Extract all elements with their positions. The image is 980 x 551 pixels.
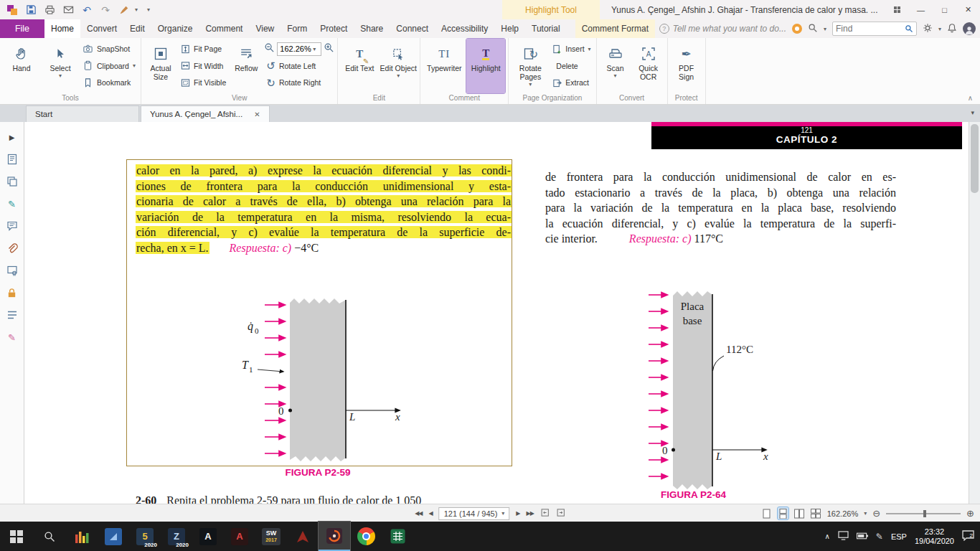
app-cad[interactable]: A <box>192 522 224 551</box>
rotate-right-button[interactable]: ↻ Rotate Right <box>264 75 334 90</box>
tab-share[interactable]: Share <box>354 19 390 38</box>
app-solidworks[interactable]: SW 2017 <box>255 522 287 551</box>
scrollbar-thumb[interactable] <box>971 124 979 193</box>
security-lock-panel-icon[interactable] <box>6 286 19 299</box>
continuous-view-button[interactable] <box>778 507 788 519</box>
facing-view-button[interactable] <box>794 507 805 519</box>
comments-panel-icon[interactable] <box>6 220 19 232</box>
single-page-view-button[interactable] <box>761 507 772 519</box>
tell-me-box[interactable]: ? Tell me what you want to do... <box>659 24 786 34</box>
zoom-percentage[interactable]: 162.26% <box>827 509 858 518</box>
undo-button[interactable]: ↶ <box>79 2 95 17</box>
fit-width-button[interactable]: Fit Width <box>179 59 228 73</box>
app-equalizer[interactable] <box>66 522 98 551</box>
maximize-button[interactable]: □ <box>933 0 956 19</box>
previous-view-button[interactable] <box>540 508 550 519</box>
attachments-panel-icon[interactable] <box>6 242 19 255</box>
tray-expand-caret-icon[interactable]: ∧ <box>825 532 830 540</box>
app-blue-tool[interactable] <box>98 522 129 551</box>
pdf-sign-button[interactable]: ✒ PDF Sign <box>671 39 702 93</box>
zoom-in-button[interactable]: ⊕ <box>966 508 974 519</box>
settings-gear-button[interactable] <box>923 23 933 35</box>
minimize-button[interactable]: — <box>909 0 933 19</box>
tab-tutorial[interactable]: Tutorial <box>525 19 567 38</box>
tray-battery-icon[interactable] <box>857 532 868 542</box>
certificate-panel-icon[interactable] <box>6 264 19 277</box>
find-input[interactable] <box>836 24 902 34</box>
assistant-icon[interactable] <box>792 24 802 34</box>
zoom-in-icon[interactable] <box>324 42 334 55</box>
file-tab[interactable]: File <box>0 19 44 38</box>
app-spreadsheet[interactable] <box>382 522 413 551</box>
next-page-button[interactable]: ▶ <box>516 510 519 517</box>
app-chrome[interactable] <box>350 522 382 551</box>
tab-form[interactable]: Form <box>281 19 314 38</box>
tab-comment-format[interactable]: Comment Format <box>575 19 655 38</box>
typewriter-button[interactable]: TI Typewriter <box>423 39 465 93</box>
close-button[interactable]: ✕ <box>956 0 980 19</box>
tab-accessibility[interactable]: Accessibility <box>435 19 494 38</box>
zoom-slider[interactable] <box>886 513 961 514</box>
customize-toolbar-button[interactable]: ▾ <box>141 2 156 17</box>
fields-panel-icon[interactable] <box>6 309 19 321</box>
tab-list-caret-icon[interactable]: ▾ <box>971 109 974 116</box>
tab-comment[interactable]: Comment <box>199 19 249 38</box>
tray-display-icon[interactable] <box>838 531 849 542</box>
tab-organize[interactable]: Organize <box>151 19 199 38</box>
previous-page-button[interactable]: ◀ <box>429 510 433 517</box>
pen-panel-icon[interactable]: ✎ <box>6 197 19 210</box>
notifications-bell-button[interactable] <box>947 23 957 35</box>
app-icon[interactable] <box>4 2 20 17</box>
continuous-facing-view-button[interactable] <box>811 507 821 519</box>
action-center-button[interactable]: 2 <box>962 530 974 543</box>
tray-pen-icon[interactable]: ✎ <box>876 532 883 542</box>
bookmark-button[interactable]: Bookmark <box>80 75 138 90</box>
collapse-ribbon-icon[interactable]: ∧ <box>968 94 973 102</box>
fit-page-button[interactable]: Fit Page <box>179 42 228 56</box>
brush-button[interactable] <box>116 2 132 17</box>
brush-dropdown-caret-icon[interactable]: ▾ <box>135 6 138 13</box>
zoom-input[interactable] <box>280 44 313 53</box>
find-search-icon[interactable] <box>905 24 913 33</box>
reflow-button[interactable]: Reflow <box>230 39 263 93</box>
select-button[interactable]: Select ▾ <box>42 39 79 93</box>
layout-grid-button[interactable] <box>885 0 909 19</box>
app-pdf-reader[interactable] <box>319 522 350 551</box>
tab-connect[interactable]: Connect <box>390 19 435 38</box>
app-red-triangle[interactable] <box>287 522 319 551</box>
next-view-button[interactable] <box>556 508 565 519</box>
extract-button[interactable]: Extract <box>550 75 593 90</box>
zoom-out-button[interactable]: ⊖ <box>872 508 880 519</box>
scan-button[interactable]: Scan ▾ <box>600 39 631 93</box>
delete-button[interactable]: Delete <box>550 59 593 73</box>
save-button[interactable] <box>23 2 39 17</box>
print-button[interactable] <box>42 2 57 17</box>
tab-start[interactable]: Start <box>26 105 139 122</box>
layers-panel-icon[interactable] <box>6 175 19 188</box>
fit-visible-button[interactable]: Fit Visible <box>179 75 228 90</box>
first-page-button[interactable]: ◀◀ <box>415 510 422 517</box>
app-studio-5000[interactable]: 5 2020 <box>129 522 161 551</box>
start-button[interactable] <box>0 522 33 551</box>
app-adobe[interactable]: A <box>224 522 255 551</box>
expand-panel-icon[interactable]: ▶ <box>6 131 19 143</box>
hand-button[interactable]: Hand <box>3 39 40 93</box>
tab-help[interactable]: Help <box>494 19 525 38</box>
zoom-level-caret-icon[interactable]: ▾ <box>864 510 867 517</box>
app-z-2020[interactable]: Z 2020 <box>161 522 192 551</box>
last-page-button[interactable]: ▶▶ <box>526 510 533 517</box>
quick-ocr-button[interactable]: A Quick OCR <box>633 39 664 93</box>
insert-button[interactable]: Insert ▾ <box>550 42 593 56</box>
actual-size-button[interactable]: Actual Size <box>144 39 177 93</box>
edit-text-button[interactable]: T ✎ Edit Text <box>341 39 378 93</box>
zoom-out-icon[interactable] <box>264 42 275 55</box>
redo-button[interactable]: ↷ <box>98 2 113 17</box>
pdf-page[interactable]: 121 CAPÍTULO 2 calor en la pared, a) exp… <box>24 122 969 504</box>
rotate-pages-button[interactable]: ↻ Rotate Pages ▾ <box>512 39 549 93</box>
zoom-caret-icon[interactable]: ▾ <box>313 46 316 52</box>
bookmarks-panel-icon[interactable] <box>6 153 19 166</box>
vertical-scrollbar[interactable] <box>969 122 980 504</box>
tab-convert[interactable]: Convert <box>80 19 123 38</box>
search-mode-button[interactable] <box>808 23 818 35</box>
tab-edit[interactable]: Edit <box>123 19 151 38</box>
